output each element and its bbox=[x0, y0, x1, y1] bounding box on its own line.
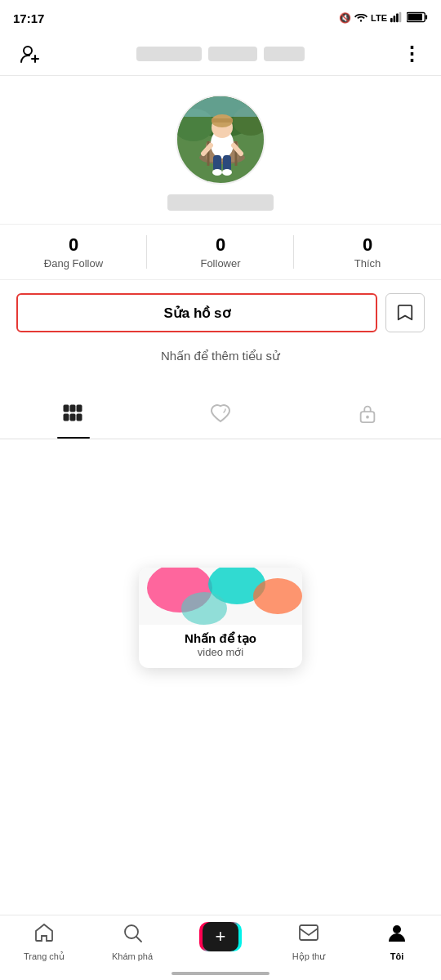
main-scroll: 0 Đang Follow 0 Follower 0 Thích Sửa hồ … bbox=[0, 75, 441, 915]
home-label: Trang chủ bbox=[24, 951, 65, 962]
username-blurred bbox=[46, 47, 395, 61]
home-indicator bbox=[172, 972, 270, 975]
signal-icon bbox=[390, 11, 403, 25]
status-icons: 🔇 LTE bbox=[339, 11, 428, 25]
tab-liked[interactable] bbox=[147, 393, 294, 439]
add-button[interactable]: + bbox=[199, 922, 242, 951]
svg-rect-6 bbox=[408, 13, 422, 20]
bottom-nav: Trang chủ Khám phá + Hộp thư bbox=[0, 915, 441, 980]
svg-point-36 bbox=[366, 416, 369, 419]
nav-inbox[interactable]: Hộp thư bbox=[265, 922, 353, 962]
more-options-button[interactable]: ⋮ bbox=[395, 38, 428, 70]
explore-icon bbox=[122, 922, 143, 948]
nav-me[interactable]: Tôi bbox=[353, 922, 441, 961]
bio-hint[interactable]: Nhấn để thêm tiểu sử bbox=[161, 345, 280, 380]
grid-icon bbox=[63, 404, 84, 427]
card-art bbox=[139, 568, 302, 625]
mute-icon: 🔇 bbox=[339, 12, 351, 24]
svg-point-7 bbox=[24, 47, 32, 55]
edit-profile-button[interactable]: Sửa hồ sơ bbox=[16, 293, 377, 332]
home-icon bbox=[33, 922, 55, 948]
wifi-icon bbox=[354, 11, 368, 25]
svg-rect-31 bbox=[77, 405, 82, 412]
nav-title bbox=[46, 47, 395, 61]
explore-label: Khám phá bbox=[112, 951, 153, 961]
create-video-card[interactable]: Nhấn để tạo video mới bbox=[139, 568, 302, 668]
svg-point-40 bbox=[253, 578, 302, 614]
me-label: Tôi bbox=[390, 951, 404, 961]
tab-private[interactable] bbox=[294, 393, 441, 439]
follower-label: Follower bbox=[200, 257, 240, 270]
svg-rect-45 bbox=[300, 925, 318, 940]
following-label: Đang Follow bbox=[44, 257, 103, 270]
likes-label: Thích bbox=[354, 257, 381, 270]
svg-rect-5 bbox=[425, 15, 427, 20]
avatar bbox=[176, 95, 265, 185]
action-row: Sửa hồ sơ bbox=[0, 280, 441, 345]
nav-add[interactable]: + bbox=[176, 922, 265, 951]
svg-rect-30 bbox=[70, 405, 75, 412]
plus-icon: + bbox=[216, 928, 226, 946]
svg-rect-29 bbox=[64, 405, 69, 412]
svg-point-46 bbox=[393, 925, 401, 933]
nav-home[interactable]: Trang chủ bbox=[0, 922, 88, 962]
inbox-label: Hộp thư bbox=[292, 951, 325, 962]
card-title: Nhấn để tạo bbox=[149, 631, 292, 646]
card-subtitle: video mới bbox=[149, 646, 292, 658]
battery-icon bbox=[407, 11, 428, 25]
tabs-row bbox=[0, 393, 441, 439]
likes-stat[interactable]: 0 Thích bbox=[294, 225, 441, 279]
follower-count: 0 bbox=[216, 234, 225, 256]
card-art-svg bbox=[139, 568, 302, 625]
svg-rect-32 bbox=[64, 414, 69, 421]
tab-grid[interactable] bbox=[0, 393, 147, 439]
bookmark-button[interactable] bbox=[385, 293, 425, 332]
inbox-icon bbox=[298, 922, 319, 948]
follower-stat[interactable]: 0 Follower bbox=[147, 225, 294, 279]
status-time: 17:17 bbox=[13, 11, 44, 25]
top-nav: ⋮ bbox=[0, 33, 441, 75]
svg-line-44 bbox=[136, 937, 141, 942]
svg-rect-1 bbox=[394, 16, 396, 22]
add-friend-button[interactable] bbox=[13, 38, 46, 70]
svg-rect-14 bbox=[177, 96, 265, 117]
nav-explore[interactable]: Khám phá bbox=[88, 922, 176, 961]
liked-icon bbox=[209, 403, 232, 429]
profile-section: 0 Đang Follow 0 Follower 0 Thích Sửa hồ … bbox=[0, 75, 441, 393]
svg-point-25 bbox=[212, 169, 222, 176]
content-area: Nhấn để tạo video mới bbox=[0, 439, 441, 684]
svg-rect-2 bbox=[396, 13, 399, 22]
card-text-area: Nhấn để tạo video mới bbox=[139, 625, 302, 668]
svg-rect-34 bbox=[77, 414, 82, 421]
stats-row: 0 Đang Follow 0 Follower 0 Thích bbox=[0, 224, 441, 280]
svg-point-41 bbox=[181, 592, 227, 625]
lte-icon: LTE bbox=[371, 13, 387, 23]
following-count: 0 bbox=[69, 234, 78, 256]
avatar-svg bbox=[177, 96, 265, 185]
likes-count: 0 bbox=[363, 234, 372, 256]
svg-rect-0 bbox=[390, 17, 393, 21]
status-bar: 17:17 🔇 LTE bbox=[0, 0, 441, 33]
svg-point-26 bbox=[222, 169, 232, 176]
me-icon bbox=[386, 922, 408, 948]
lock-icon bbox=[358, 403, 377, 429]
svg-rect-3 bbox=[399, 11, 402, 21]
svg-rect-22 bbox=[212, 118, 233, 122]
bookmark-icon bbox=[396, 304, 414, 322]
following-stat[interactable]: 0 Đang Follow bbox=[0, 225, 147, 279]
svg-rect-33 bbox=[70, 414, 75, 421]
username-display bbox=[167, 194, 274, 211]
